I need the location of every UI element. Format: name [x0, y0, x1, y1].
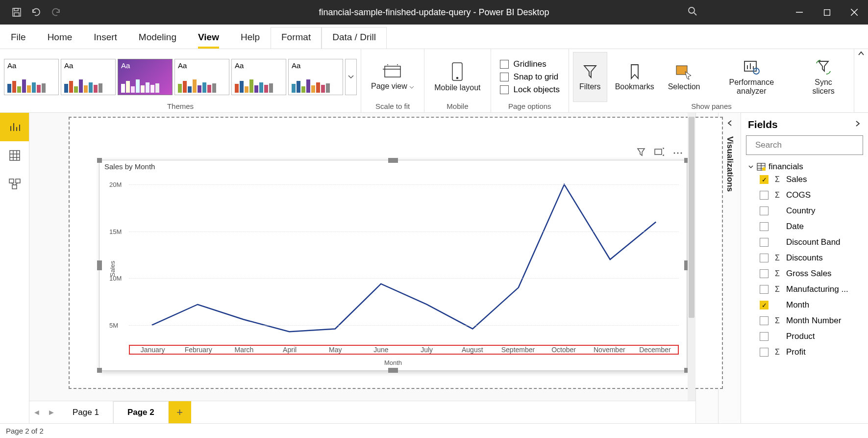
ribbon-group-page-options-label: Page options — [495, 102, 565, 111]
page-tab-1[interactable]: Page 1 — [59, 401, 113, 424]
page-view-button[interactable]: Page view — [365, 52, 420, 102]
svg-rect-36 — [655, 149, 662, 155]
resize-handle[interactable] — [388, 368, 398, 373]
chevron-down-icon — [409, 86, 414, 89]
menu-help[interactable]: Help — [230, 27, 271, 49]
visual-more-icon[interactable] — [673, 148, 683, 158]
performance-analyzer-toggle[interactable]: Performance analyzer — [708, 52, 795, 102]
svg-rect-32 — [16, 179, 20, 183]
ribbon-group-show-panes-label: Show panes — [573, 102, 850, 111]
ribbon-group-scale-label: Scale to fit — [365, 102, 420, 111]
menu-file[interactable]: File — [0, 27, 37, 49]
field-month[interactable]: Month — [760, 297, 868, 313]
line-chart-visual[interactable]: Sales by Month Sales Month 5M10M15M20M J… — [99, 160, 687, 371]
ribbon-group-themes-label: Themes — [4, 102, 357, 111]
theme-option-3[interactable]: Aa — [118, 59, 173, 95]
page-tab-2[interactable]: Page 2 — [113, 401, 169, 424]
chevron-right-icon[interactable] — [854, 120, 861, 129]
theme-option-1[interactable]: Aa — [4, 59, 59, 95]
visual-filter-icon[interactable] — [637, 148, 645, 158]
sync-slicers-icon — [814, 58, 833, 76]
resize-handle[interactable] — [388, 158, 398, 163]
themes-more-button[interactable] — [345, 59, 357, 95]
table-icon — [757, 163, 766, 171]
new-page-button[interactable]: + — [169, 401, 191, 424]
sync-slicers-toggle[interactable]: Sync slicers — [797, 52, 850, 102]
close-button[interactable] — [841, 0, 868, 25]
tab-nav-prev[interactable]: ◄ — [29, 408, 44, 417]
menu-home[interactable]: Home — [37, 27, 83, 49]
ribbon-collapse-button[interactable] — [854, 49, 868, 112]
redo-button[interactable] — [50, 6, 62, 18]
model-view-button[interactable] — [0, 170, 29, 198]
menu-format[interactable]: Format — [271, 27, 322, 49]
performance-icon — [742, 58, 761, 76]
title-bar: financial-sample-finished-update-query -… — [0, 0, 868, 25]
theme-option-4[interactable]: Aa — [174, 59, 229, 95]
field-product[interactable]: Product — [760, 329, 868, 344]
canvas-scrollbar[interactable] — [688, 113, 695, 401]
filter-icon — [581, 63, 599, 80]
save-button[interactable] — [11, 6, 23, 18]
fields-search-input[interactable] — [755, 140, 859, 150]
theme-option-2[interactable]: Aa — [61, 59, 116, 95]
filters-toggle[interactable]: Filters — [573, 52, 607, 102]
fields-table-toggle[interactable]: financials — [741, 160, 868, 172]
search-icon[interactable] — [688, 6, 697, 18]
field-date[interactable]: Date — [760, 219, 868, 234]
mobile-layout-button[interactable]: Mobile layout — [428, 52, 486, 102]
resize-handle[interactable] — [97, 158, 102, 163]
field-gross-sales[interactable]: ΣGross Sales — [760, 266, 868, 282]
chevron-down-icon — [348, 75, 354, 79]
svg-point-37 — [674, 153, 675, 154]
maximize-button[interactable] — [813, 0, 841, 25]
page-tab-strip: ◄ ► Page 1 Page 2 + — [29, 401, 695, 423]
field-month-number[interactable]: ΣMonth Number — [760, 313, 868, 329]
window-title: financial-sample-finished-update-query -… — [319, 7, 549, 18]
report-view-button[interactable] — [0, 113, 29, 141]
selection-toggle[interactable]: Selection — [662, 52, 706, 102]
chart-title: Sales by Month — [104, 162, 155, 171]
theme-option-5[interactable]: Aa — [231, 59, 286, 95]
field-country[interactable]: Country — [760, 203, 868, 219]
svg-rect-9 — [385, 66, 400, 77]
page-view-icon — [383, 63, 402, 80]
undo-button[interactable] — [30, 6, 42, 18]
svg-line-4 — [694, 13, 696, 15]
status-bar: Page 2 of 2 — [0, 423, 868, 438]
menu-data-drill[interactable]: Data / Drill — [322, 27, 387, 49]
resize-handle[interactable] — [97, 368, 102, 373]
field-manufacturing[interactable]: ΣManufacturing ... — [760, 282, 868, 297]
menu-insert[interactable]: Insert — [83, 27, 128, 49]
ribbon: Aa Aa Aa Aa Aa Aa Themes Page view Scale… — [0, 49, 868, 113]
svg-rect-1 — [14, 8, 18, 11]
svg-point-14 — [457, 77, 458, 79]
menu-view[interactable]: View — [187, 27, 230, 49]
field-discount-band[interactable]: Discount Band — [760, 234, 868, 250]
svg-rect-6 — [824, 9, 830, 15]
svg-rect-31 — [9, 179, 14, 183]
svg-rect-2 — [14, 13, 19, 16]
fields-pane: Fields financials ΣSales ΣCOGS Country D… — [741, 113, 868, 423]
view-rail — [0, 113, 29, 423]
menu-bar: File Home Insert Modeling View Help Form… — [0, 25, 868, 49]
tab-nav-next[interactable]: ► — [44, 408, 59, 417]
data-view-button[interactable] — [0, 141, 29, 170]
field-discounts[interactable]: ΣDiscounts — [760, 250, 868, 266]
bookmarks-toggle[interactable]: Bookmarks — [609, 52, 660, 102]
gridlines-checkbox[interactable]: Gridlines — [500, 59, 560, 69]
theme-option-6[interactable]: Aa — [288, 59, 343, 95]
fields-search[interactable] — [746, 135, 863, 155]
visual-focus-icon[interactable] — [654, 148, 664, 158]
resize-handle[interactable] — [97, 260, 102, 270]
minimize-button[interactable] — [786, 0, 813, 25]
field-sales[interactable]: ΣSales — [760, 172, 868, 187]
field-cogs[interactable]: ΣCOGS — [760, 187, 868, 203]
menu-modeling[interactable]: Modeling — [128, 27, 187, 49]
snap-to-grid-checkbox[interactable]: Snap to grid — [500, 72, 560, 82]
lock-objects-checkbox[interactable]: Lock objects — [500, 85, 560, 95]
svg-rect-26 — [10, 151, 20, 160]
report-canvas[interactable]: Sales by Month Sales Month 5M10M15M20M J… — [69, 117, 723, 389]
svg-point-39 — [681, 153, 682, 154]
field-profit[interactable]: ΣProfit — [760, 344, 868, 360]
